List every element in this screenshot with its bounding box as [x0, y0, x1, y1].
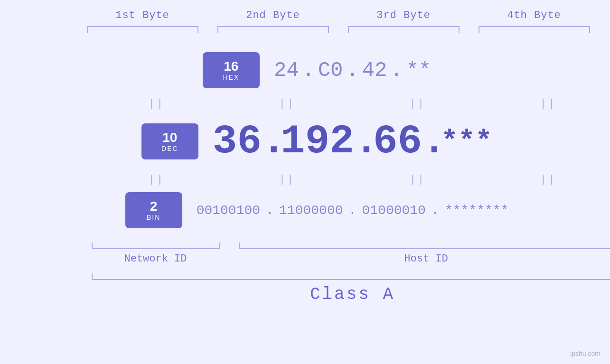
byte2-bracket — [208, 26, 338, 35]
host-bracket — [239, 240, 610, 249]
eq2-b4: || — [483, 174, 610, 186]
hex-dot2: . — [346, 58, 358, 82]
bin-label-box: 2 BIN — [125, 192, 182, 228]
eq1-b3: || — [353, 98, 483, 110]
network-id-label: Network ID — [92, 253, 220, 265]
byte1-header: 1st Byte — [77, 9, 208, 21]
hex-dot1: . — [302, 58, 314, 82]
bin-b2: 11000000 — [279, 203, 343, 218]
id-bracket-area: Network ID Host ID — [92, 236, 610, 265]
hex-dot3: . — [390, 58, 403, 82]
class-label: Class A — [310, 285, 395, 304]
hex-values-row: 24 . C0 . 42 . ** — [274, 58, 431, 82]
eq1-b4: || — [483, 98, 610, 110]
class-bracket — [92, 271, 610, 280]
byte1-bracket — [77, 26, 208, 35]
bin-dot2: . — [348, 203, 357, 218]
bin-b3: 01000010 — [362, 203, 426, 218]
hex-base-text: HEX — [223, 74, 239, 81]
hex-b3: 42 — [362, 58, 387, 82]
eq2-b2: || — [222, 174, 353, 186]
class-section: Class A — [92, 271, 610, 304]
dec-base-text: DEC — [161, 145, 178, 152]
hex-b2: C0 — [318, 58, 343, 82]
hex-b1: 24 — [274, 58, 299, 82]
eq2-b3: || — [353, 174, 483, 186]
bin-base-num: 2 — [150, 199, 158, 214]
byte4-header: 4th Byte — [469, 9, 600, 21]
dec-b4: *** — [441, 125, 492, 158]
bin-b4: ******** — [445, 203, 508, 218]
byte3-bracket — [338, 26, 469, 35]
watermark: ipshu.com — [570, 350, 601, 357]
hex-base-num: 16 — [224, 59, 238, 74]
network-bracket — [92, 240, 220, 249]
host-id-label: Host ID — [239, 253, 610, 265]
byte3-header: 3rd Byte — [338, 9, 469, 21]
dec-b3: 66 — [373, 118, 422, 165]
dec-b2: 192 — [281, 118, 354, 165]
bin-b1: 00100100 — [197, 203, 260, 218]
bin-dot3: . — [432, 203, 440, 218]
eq2-b1: || — [92, 174, 222, 186]
hex-b4: ** — [406, 58, 431, 82]
hex-label-box: 16 HEX — [203, 52, 260, 88]
byte2-header: 2nd Byte — [208, 9, 338, 21]
bin-values-row: 00100100 . 11000000 . 01000010 . *******… — [197, 203, 509, 218]
dec-values-row: 36 . 192 . 66 . *** — [213, 118, 492, 165]
bin-dot1: . — [266, 203, 274, 218]
bin-base-text: BIN — [147, 214, 160, 221]
byte4-bracket — [469, 26, 600, 35]
eq1-b2: || — [222, 98, 353, 110]
dec-b1: 36 — [213, 118, 262, 165]
dec-base-num: 10 — [162, 131, 177, 145]
dec-label-box: 10 DEC — [141, 123, 198, 159]
eq1-b1: || — [92, 98, 222, 110]
